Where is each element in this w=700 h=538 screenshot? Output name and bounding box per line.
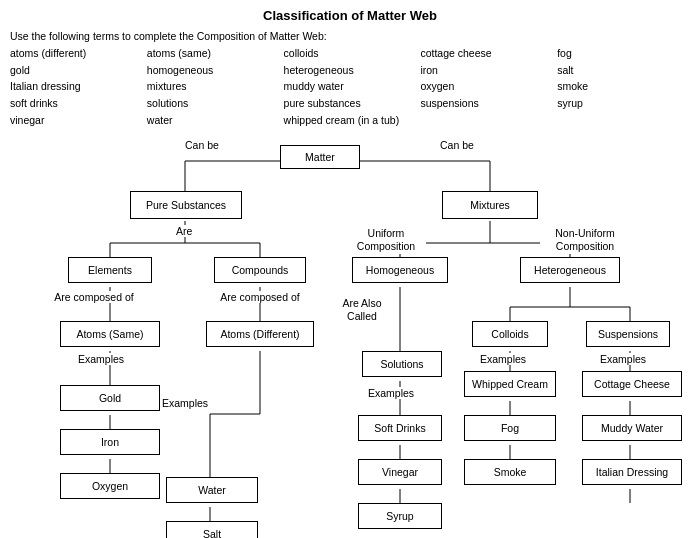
uniform-composition-label: Uniform Composition: [346, 227, 426, 254]
are-composed-of-right-label: Are composed of: [204, 291, 316, 303]
cottage-cheese-box: Cottage Cheese: [582, 371, 682, 397]
heterogeneous-box: Heterogeneous: [520, 257, 620, 283]
oxygen-box: Oxygen: [60, 473, 160, 499]
elements-box: Elements: [68, 257, 152, 283]
italian-dressing-box: Italian Dressing: [582, 459, 682, 485]
are-composed-of-left-label: Are composed of: [44, 291, 144, 303]
matter-box: Matter: [280, 145, 360, 169]
compounds-box: Compounds: [214, 257, 306, 283]
atoms-different-box: Atoms (Different): [206, 321, 314, 347]
instructions: Use the following terms to complete the …: [10, 29, 690, 129]
can-be-left-label: Can be: [185, 139, 219, 151]
muddy-water-box: Muddy Water: [582, 415, 682, 441]
are-label: Are: [176, 225, 192, 237]
water-box: Water: [166, 477, 258, 503]
fog-box: Fog: [464, 415, 556, 441]
vinegar-box: Vinegar: [358, 459, 442, 485]
syrup-box: Syrup: [358, 503, 442, 529]
examples-compounds-label: Examples: [162, 397, 208, 409]
examples-atoms-same-label: Examples: [78, 353, 124, 365]
colloids-box: Colloids: [472, 321, 548, 347]
page-title: Classification of Matter Web: [10, 8, 690, 23]
examples-suspensions-label: Examples: [600, 353, 646, 365]
solutions-box: Solutions: [362, 351, 442, 377]
soft-drinks-box: Soft Drinks: [358, 415, 442, 441]
atoms-same-box: Atoms (Same): [60, 321, 160, 347]
examples-solutions-label: Examples: [368, 387, 414, 399]
mixtures-box: Mixtures: [442, 191, 538, 219]
examples-colloids-label: Examples: [480, 353, 526, 365]
diagram: Matter Can be Can be Pure Substances Mix…: [10, 139, 690, 538]
gold-box: Gold: [60, 385, 160, 411]
are-also-called-label: Are Also Called: [332, 297, 392, 324]
can-be-right-label: Can be: [440, 139, 474, 151]
homogeneous-box: Homogeneous: [352, 257, 448, 283]
whipped-cream-box: Whipped Cream: [464, 371, 556, 397]
salt-box: Salt: [166, 521, 258, 538]
smoke-box: Smoke: [464, 459, 556, 485]
iron-box: Iron: [60, 429, 160, 455]
suspensions-box: Suspensions: [586, 321, 670, 347]
pure-substances-box: Pure Substances: [130, 191, 242, 219]
non-uniform-composition-label: Non-Uniform Composition: [540, 227, 630, 254]
instructions-prefix: Use the following terms to complete the …: [10, 30, 327, 42]
